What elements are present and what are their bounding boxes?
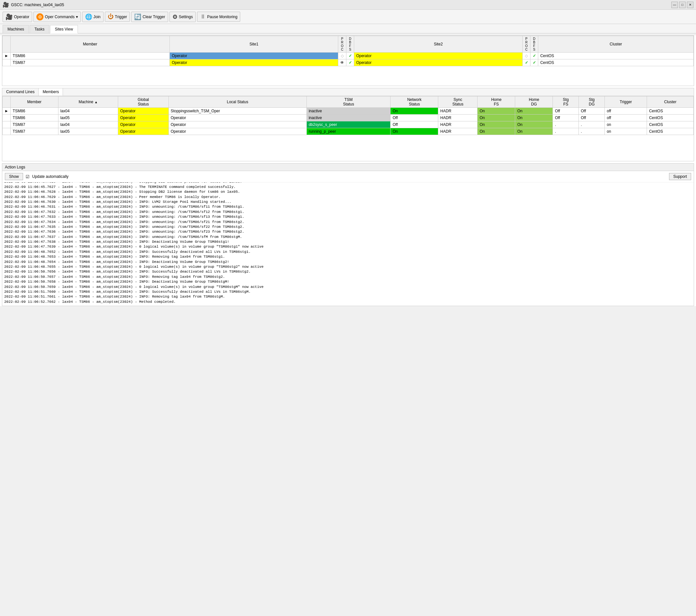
tsm-status-cell: running_p_peer [306,128,391,135]
tab-command-lines[interactable]: Command Lines [2,88,38,96]
show-button[interactable]: Show [5,173,23,180]
settings-icon: ⚙ [172,13,177,20]
col-tsm-status-header: TSMStatus [306,96,391,108]
global-status-cell: Operator [118,108,169,114]
clear-trigger-icon: 🔄 [134,13,141,20]
maximize-button[interactable]: □ [679,2,685,8]
log-line: 2022-02-09 11:06:48.7655 - lax04 - TSM86… [4,265,692,269]
log-line: 2022-02-09 11:06:50.7659 - lax04 - TSM86… [4,285,692,289]
operator-label: Operator [14,15,29,19]
home-dg-cell: On [515,128,553,135]
log-content[interactable]: 2022-02-09 11:06:45.7625 - lax04 - TSM86… [2,183,694,306]
join-button[interactable]: 🌐 Join [82,12,104,22]
dbfs1-cell: ✓ [346,52,354,59]
dropdown-arrow-icon: ▾ [76,15,78,19]
home-fs-cell: On [477,128,515,135]
window-title: GSCC: machines_lax04_lax05 [11,3,64,7]
log-line: 2022-02-09 11:06:47.7637 - lax04 - TSM86… [4,235,692,239]
home-dg-cell: On [515,121,553,128]
main-tabs: Machines Tasks Sites View [0,24,696,33]
checkbox-icon: ☑ [26,174,30,179]
log-line: 2022-02-09 11:06:50.7657 - lax04 - TSM86… [4,274,692,280]
sync-status-cell: HADR [438,121,477,128]
proc1-cell: 👁 [338,59,346,66]
member-cell: TSM86 [11,108,58,114]
cluster-cell: CentOS [647,128,694,135]
clear-trigger-button[interactable]: 🔄 Clear Trigger [131,12,168,22]
title-bar: 🎥 GSCC: machines_lax04_lax05 — □ ✕ [0,0,696,10]
sites-table: Member Site1 PROC DBFS Site2 PROC DBFS C… [2,36,694,66]
log-line: 2022-02-09 11:06:47.7634 - lax04 - TSM86… [4,220,692,225]
oper-commands-label: Oper Commands [45,15,74,19]
log-line: 2022-02-09 11:06:51.7661 - lax04 - TSM86… [4,294,692,299]
oper-commands-button[interactable]: ⚙ Oper Commands ▾ [33,12,80,22]
global-status-cell: Operator [118,121,169,128]
panel-tabs: Command Lines Members [2,88,694,96]
col-dbfs1-header: DBFS [346,36,354,52]
member-row-tsm86-lax05: TSM86 lax05 Operator Operator inactive O… [3,114,694,121]
home-fs-cell: On [477,108,515,114]
tab-machines[interactable]: Machines [3,25,29,33]
pause-icon: ⏸ [200,13,206,20]
network-status-cell: On [391,108,438,114]
log-line: 2022-02-09 11:06:48.7652 - lax04 - TSM86… [4,250,692,254]
stg-fs-cell: Off [553,108,579,114]
settings-button[interactable]: ⚙ Settings [170,12,196,22]
log-line: 2022-02-09 11:06:52.7662 - lax04 - TSM86… [4,300,692,304]
network-status-cell: On [391,128,438,135]
row-arrow: ► [3,52,11,59]
tsm-status-cell: inactive [306,108,391,114]
member-cell: TSM86 [11,52,170,59]
members-table-container: Member Machine ▲ GlobalStatus Local Stat… [2,96,694,161]
global-status-cell: Operator [118,114,169,121]
sync-status-cell: HADR [438,108,477,114]
trigger-cell: on [605,121,647,128]
tab-sites-view[interactable]: Sites View [50,25,78,33]
log-line: 2022-02-09 11:06:47.7632 - lax04 - TSM86… [4,210,692,215]
network-status-cell: Off [391,114,438,121]
col-machine-header: Machine ▲ [58,96,118,108]
pause-monitoring-label: Pause Monitoring [207,15,237,19]
log-line: 2022-02-09 11:06:47.7638 - lax04 - TSM86… [4,239,692,244]
cluster-cell: CentOS [647,108,694,114]
col-arrow-header [3,36,11,52]
operator-button[interactable]: 🎥 Operator [3,12,32,22]
cluster-cell: CentOS [538,52,694,59]
cluster-cell: CentOS [538,59,694,66]
log-line: 2022-02-09 11:06:46.7629 - lax04 - TSM86… [4,195,692,200]
trigger-button[interactable]: ⏻ Trigger [105,12,130,22]
tab-members[interactable]: Members [38,88,63,96]
machine-cell: lax05 [58,114,118,121]
proc1-cell: ◇ [338,52,346,59]
log-line: 2022-02-09 11:06:46.7628 - lax04 - TSM86… [4,190,692,194]
row-arrow-empty [3,121,11,128]
log-line: 2022-02-09 11:06:47.7636 - lax04 - TSM86… [4,230,692,234]
log-line: 2022-02-09 11:06:48.7653 - lax04 - TSM86… [4,254,692,259]
dbfs2-cell: ✓ [531,52,538,59]
col-site2-header: Site2 [354,36,523,52]
col-site1-header: Site1 [170,36,338,52]
stg-dg-cell: Off [579,114,605,121]
minimize-button[interactable]: — [671,2,678,8]
member-cell: TSM86 [11,114,58,121]
col-home-fs-header: HomeFS [477,96,515,108]
log-line: 2022-02-09 11:06:51.7660 - lax04 - TSM86… [4,289,692,294]
pause-monitoring-button[interactable]: ⏸ Pause Monitoring [197,12,240,22]
sync-status-cell: HADR [438,114,477,121]
stg-fs-cell: . [553,121,579,128]
action-logs-toolbar: Show ☑ Update automatically Support [2,171,694,183]
col-member-header: Member [11,96,58,108]
local-status-cell: Operator [169,114,306,121]
title-bar-controls[interactable]: — □ ✕ [671,2,693,8]
sites-row-tsm87: TSM87 Operator 👁 ✓ Operator ✓ ✓ CentOS [3,59,694,66]
cluster-cell: CentOS [647,121,694,128]
operator-icon: 🎥 [5,13,13,20]
col-cluster-header: Cluster [647,96,694,108]
col-home-dg-header: HomeDG [515,96,553,108]
home-fs-cell: On [477,121,515,128]
update-auto-label: Update automatically [32,174,68,179]
close-button[interactable]: ✕ [687,2,693,8]
tab-tasks[interactable]: Tasks [30,25,49,33]
support-button[interactable]: Support [669,173,691,180]
stg-fs-cell: Off [553,114,579,121]
